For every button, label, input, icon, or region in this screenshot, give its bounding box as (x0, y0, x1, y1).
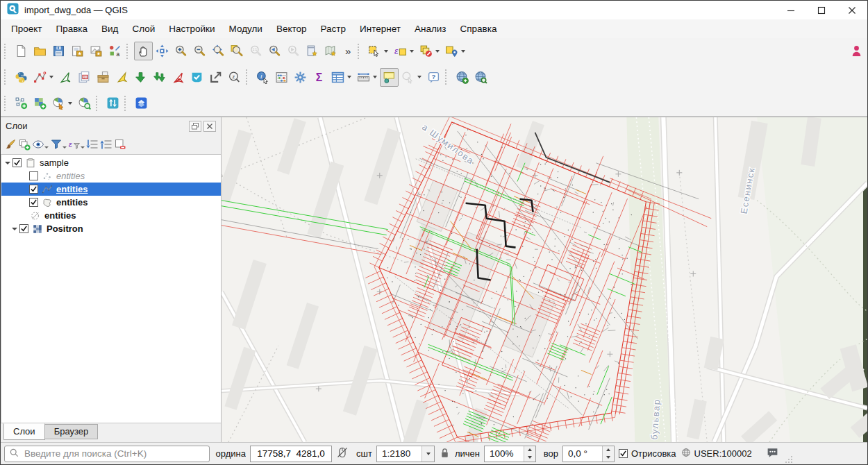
layer-label[interactable]: entities (44, 210, 76, 221)
rotation-spin[interactable]: 0,0 ° (562, 446, 615, 462)
new-raster-layer-button[interactable] (31, 94, 49, 112)
magnifier-spin[interactable]: 100% (484, 446, 536, 462)
filter-by-expression-button[interactable]: ε (67, 136, 85, 153)
menu-проект[interactable]: Проект (4, 21, 49, 37)
menu-слой[interactable]: Слой (126, 21, 162, 37)
toolbar-handle[interactable] (124, 96, 128, 111)
scale-combo[interactable]: 1:2180 (376, 446, 435, 462)
attribute-table-button[interactable] (328, 68, 347, 87)
layer-tree-row[interactable]: entities (1, 183, 221, 196)
expander-icon[interactable] (10, 226, 19, 232)
show-bookmarks-button[interactable] (322, 42, 340, 60)
layer-styling-button[interactable] (3, 136, 17, 153)
processing-toolbox-button[interactable] (291, 68, 310, 87)
layer-label[interactable]: entities (56, 171, 85, 181)
select-by-location-button[interactable] (442, 42, 461, 60)
toolbar-handle[interactable] (246, 69, 250, 85)
tab-браузер[interactable]: Браузер (45, 424, 99, 439)
toolbar-handle[interactable] (445, 69, 449, 85)
zoom-to-selection-button[interactable] (228, 42, 247, 60)
measure-line-button[interactable] (354, 68, 373, 87)
metasearch-button[interactable] (471, 68, 490, 87)
zoom-full-extent-button[interactable] (209, 42, 228, 60)
coordinate-input[interactable] (250, 446, 332, 462)
import-all-button[interactable] (150, 68, 169, 87)
maptiler-button[interactable] (132, 94, 151, 112)
crs-indicator[interactable]: USER:100002 (681, 447, 752, 460)
layer-checkbox[interactable] (29, 185, 38, 194)
locator-search[interactable] (4, 446, 210, 462)
expand-all-button[interactable] (85, 136, 99, 153)
maximize-button[interactable] (806, 1, 837, 19)
menu-вектор[interactable]: Вектор (269, 21, 314, 37)
menu-модули[interactable]: Модули (222, 21, 269, 37)
menu-справка[interactable]: Справка (453, 21, 504, 37)
rotation-down-button[interactable] (603, 454, 614, 462)
new-project-button[interactable] (12, 42, 31, 60)
dwg-search-tool-button[interactable] (75, 94, 94, 112)
measure-line-dropdown-icon[interactable] (373, 76, 377, 78)
vertex-tool-dropdown-icon[interactable] (49, 76, 53, 78)
toolbar-handle[interactable] (126, 44, 131, 59)
panel-float-button[interactable] (189, 121, 201, 132)
python-console-button[interactable] (12, 68, 31, 87)
select-features-button[interactable] (365, 42, 384, 60)
menu-настройки[interactable]: Настройки (162, 21, 222, 37)
layer-tree-row[interactable]: Positron (1, 222, 221, 235)
minimize-button[interactable] (776, 1, 806, 19)
layer-checkbox[interactable] (29, 171, 38, 180)
layer-label[interactable]: sample (40, 158, 69, 168)
vertex-tool-button[interactable] (31, 68, 49, 87)
layer-tree-row[interactable]: entities (1, 209, 221, 222)
toolbar-overflow[interactable]: » (340, 45, 356, 57)
zoom-native-button[interactable]: 1:1 (247, 42, 265, 60)
toolbar-handle[interactable] (4, 96, 8, 111)
run-feature-action-dropdown-icon[interactable] (417, 76, 422, 78)
menu-анализ[interactable]: Анализ (408, 21, 453, 37)
cad-select-yellow-button[interactable] (112, 68, 131, 87)
messages-icon[interactable] (766, 447, 779, 461)
cad-select-red-button[interactable] (169, 68, 187, 87)
new-bookmark-button[interactable] (303, 42, 322, 60)
pan-to-selection-button[interactable] (153, 42, 172, 60)
layer-label[interactable]: entities (56, 184, 88, 194)
style-manager-button[interactable]: a (106, 42, 124, 60)
map-tips-button[interactable] (380, 68, 399, 87)
close-button[interactable] (837, 1, 867, 19)
layer-tree-row[interactable]: entities (1, 169, 221, 183)
attribute-table-dropdown-icon[interactable] (347, 76, 351, 78)
layer-tree-row[interactable]: sample (1, 156, 221, 169)
toolbar-handle[interactable] (4, 69, 8, 85)
osm-check-button[interactable] (187, 68, 206, 87)
select-by-location-dropdown-icon[interactable] (461, 50, 465, 53)
zoom-in-button[interactable] (172, 42, 190, 60)
toggle-extents-icon[interactable] (336, 446, 349, 461)
dwg-select-tool-button[interactable] (49, 94, 68, 112)
toolbar-handle[interactable] (4, 44, 8, 59)
select-by-expression-dropdown-icon[interactable] (410, 50, 414, 53)
import-single-button[interactable] (131, 68, 150, 87)
layer-tree-row[interactable]: entities (1, 196, 221, 209)
deselect-features-dropdown-icon[interactable] (435, 50, 440, 53)
open-project-button[interactable] (31, 42, 49, 60)
layer-checkbox[interactable] (12, 158, 22, 167)
quick-map-services-button[interactable]: qm (75, 68, 94, 87)
magnifier-up-button[interactable] (524, 446, 535, 454)
tab-слои[interactable]: Слои (3, 423, 45, 440)
dwg-select-tool-dropdown-icon[interactable] (68, 102, 72, 105)
toolbar-handle[interactable] (358, 44, 362, 59)
zoom-out-button[interactable] (190, 42, 209, 60)
statistics-summary-button[interactable]: Σ (310, 68, 328, 87)
remove-layer-button[interactable] (113, 136, 127, 153)
toolbar-handle[interactable] (96, 96, 100, 111)
identify-features-button[interactable]: i (253, 68, 272, 87)
add-group-button[interactable] (17, 136, 31, 153)
map-canvas[interactable]: а ШумиловаЕсенинскбульвар (222, 117, 867, 442)
scale-dropdown-icon[interactable] (422, 446, 434, 462)
sync-views-button[interactable] (103, 94, 122, 112)
zoom-next-button[interactable] (284, 42, 303, 60)
help-contents-button[interactable]: ? (424, 68, 443, 87)
select-by-expression-button[interactable]: ε (391, 42, 410, 60)
menu-вид[interactable]: Вид (94, 21, 125, 37)
rotation-up-button[interactable] (603, 446, 614, 454)
